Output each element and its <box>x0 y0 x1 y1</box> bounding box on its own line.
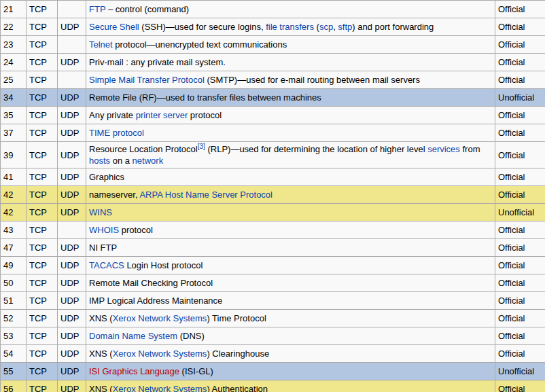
wiki-link[interactable]: Telnet <box>89 39 113 50</box>
port-cell: 25 <box>1 71 27 89</box>
wiki-link[interactable]: WINS <box>89 207 112 217</box>
red-wiki-link[interactable]: ISI Graphics Language <box>89 366 179 376</box>
port-row: 22TCPUDPSecure Shell (SSH)—used for secu… <box>1 18 545 36</box>
port-cell: 34 <box>1 89 27 107</box>
port-cell: 52 <box>1 310 27 327</box>
port-row: 21TCPFTP – control (command)Official <box>1 1 545 18</box>
description-text: ) Clearinghouse <box>207 349 269 359</box>
wiki-link[interactable]: hosts <box>89 156 110 166</box>
port-cell: 54 <box>1 345 27 363</box>
udp-cell: UDP <box>58 142 86 168</box>
wiki-link[interactable]: ARPA Host Name Server Protocol <box>139 190 272 200</box>
description-text: Any private <box>89 110 136 120</box>
port-table: 21TCPFTP – control (command)Official22TC… <box>0 0 545 392</box>
port-cell: 24 <box>1 54 27 71</box>
description-text: Resource Location Protocol <box>89 144 198 154</box>
port-cell: 37 <box>1 124 27 142</box>
description-text: nameserver, <box>89 190 139 200</box>
wiki-link[interactable]: FTP <box>89 4 105 14</box>
wiki-link[interactable]: sftp <box>338 22 352 32</box>
description-text: XNS ( <box>89 349 113 359</box>
status-cell: Official <box>495 380 545 392</box>
port-cell: 23 <box>1 36 27 54</box>
wiki-link[interactable]: Secure Shell <box>89 22 139 32</box>
description-text: – control (command) <box>105 4 189 14</box>
port-cell: 42 <box>1 204 27 221</box>
tcp-cell: TCP <box>27 204 58 221</box>
wiki-link[interactable]: Xerox Network Systems <box>113 313 207 323</box>
port-row: 50TCPUDPRemote Mail Checking ProtocolOff… <box>1 274 545 292</box>
tcp-cell: TCP <box>27 274 58 292</box>
description-text: Graphics <box>89 172 124 182</box>
tcp-cell: TCP <box>27 292 58 310</box>
description-text: protocol—unencrypted text communications <box>113 39 287 50</box>
port-row: 54TCPUDPXNS (Xerox Network Systems) Clea… <box>1 345 545 363</box>
status-cell: Official <box>495 18 545 36</box>
tcp-cell: TCP <box>27 186 58 204</box>
status-cell: Official <box>495 310 545 327</box>
port-cell: 35 <box>1 107 27 124</box>
tcp-cell: TCP <box>27 221 58 239</box>
udp-cell: UDP <box>58 54 86 71</box>
wiki-link[interactable]: services <box>427 144 460 154</box>
port-cell: 43 <box>1 221 27 239</box>
description-cell: IMP Logical Address Maintenance <box>86 292 495 310</box>
port-row: 56TCPUDPXNS (Xerox Network Systems) Auth… <box>1 380 545 392</box>
description-text: Priv-mail : any private mail system. <box>89 57 226 67</box>
footnote-superscript: [3] <box>198 143 205 150</box>
description-cell: Secure Shell (SSH)—used for secure login… <box>86 18 495 36</box>
description-cell: Remote Mail Checking Protocol <box>86 274 495 292</box>
wiki-link[interactable]: WHOIS <box>89 225 119 235</box>
footnote-link[interactable]: [3] <box>198 143 205 150</box>
description-text: (DNS) <box>177 331 205 341</box>
description-cell: WINS <box>86 204 495 221</box>
tcp-cell: TCP <box>27 124 58 142</box>
tcp-cell: TCP <box>27 345 58 363</box>
wiki-link[interactable]: Simple Mail Transfer Protocol <box>89 75 205 85</box>
udp-cell: UDP <box>58 310 86 327</box>
tcp-cell: TCP <box>27 18 58 36</box>
description-text: NI FTP <box>89 243 117 253</box>
wiki-link[interactable]: Xerox Network Systems <box>113 349 207 359</box>
wiki-link[interactable]: scp <box>319 22 333 32</box>
description-text: (SMTP)—used for e-mail routing between m… <box>205 75 420 85</box>
tcp-cell: TCP <box>27 71 58 89</box>
port-cell: 21 <box>1 1 27 18</box>
status-cell: Unofficial <box>495 89 545 107</box>
port-row: 42TCPUDPWINSUnofficial <box>1 204 545 221</box>
wiki-link[interactable]: printer server <box>136 110 188 120</box>
wiki-link[interactable]: TIME protocol <box>89 128 144 138</box>
wiki-link[interactable]: TACACS <box>89 260 124 270</box>
wiki-link[interactable]: Domain Name System <box>89 331 177 341</box>
udp-cell: UDP <box>58 124 86 142</box>
tcp-cell: TCP <box>27 89 58 107</box>
port-row: 35TCPUDPAny private printer server proto… <box>1 107 545 124</box>
description-text: ( <box>314 22 319 32</box>
description-cell: Graphics <box>86 168 495 186</box>
udp-cell <box>58 71 86 89</box>
udp-cell: UDP <box>58 380 86 392</box>
wiki-link[interactable]: Xerox Network Systems <box>113 384 207 392</box>
udp-cell: UDP <box>58 345 86 363</box>
status-cell: Official <box>495 168 545 186</box>
description-text: ) Authentication <box>207 384 268 392</box>
port-row: 53TCPUDPDomain Name System (DNS)Official <box>1 327 545 345</box>
port-cell: 39 <box>1 142 27 168</box>
tcp-cell: TCP <box>27 168 58 186</box>
port-row: 24TCPUDPPriv-mail : any private mail sys… <box>1 54 545 71</box>
status-cell: Official <box>495 239 545 257</box>
status-cell: Unofficial <box>495 363 545 380</box>
wiki-link[interactable]: network <box>133 156 164 166</box>
wiki-link[interactable]: file transfers <box>266 22 314 32</box>
port-cell: 47 <box>1 239 27 257</box>
tcp-cell: TCP <box>27 257 58 274</box>
description-text: (ISI-GL) <box>179 366 213 376</box>
port-row: 55TCPUDPISI Graphics Language (ISI-GL)Un… <box>1 363 545 380</box>
description-text: protocol <box>188 110 222 120</box>
description-text: protocol <box>119 225 153 235</box>
port-row: 42TCPUDPnameserver, ARPA Host Name Serve… <box>1 186 545 204</box>
port-row: 52TCPUDPXNS (Xerox Network Systems) Time… <box>1 310 545 327</box>
description-cell: Priv-mail : any private mail system. <box>86 54 495 71</box>
port-cell: 55 <box>1 363 27 380</box>
udp-cell <box>58 36 86 54</box>
